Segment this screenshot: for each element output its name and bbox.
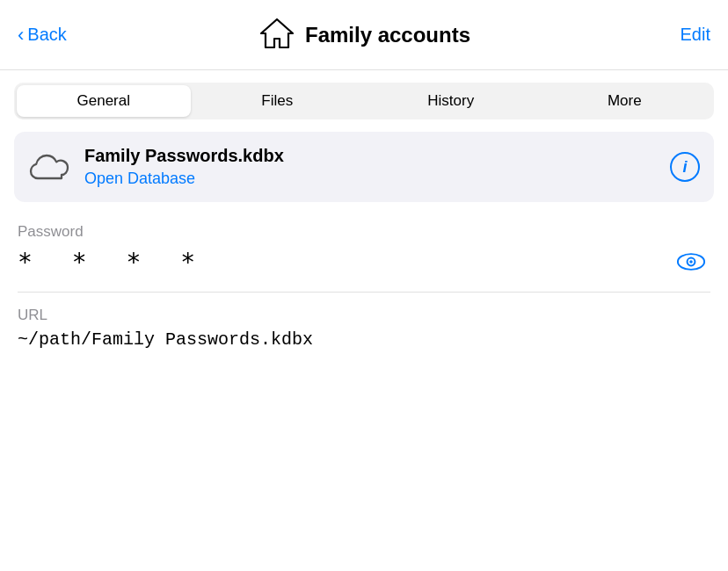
back-button[interactable]: ‹ Back <box>18 25 88 45</box>
database-filename: Family Passwords.kdbx <box>84 146 659 166</box>
password-value: * * * * <box>18 248 207 277</box>
password-row: * * * * <box>18 246 710 293</box>
header: ‹ Back Family accounts Edit <box>0 0 728 70</box>
tab-files[interactable]: Files <box>191 85 365 117</box>
tab-history[interactable]: History <box>364 85 538 117</box>
svg-point-2 <box>689 260 693 264</box>
page-title: Family accounts <box>305 23 470 47</box>
url-label: URL <box>18 307 710 324</box>
info-button[interactable]: i <box>670 152 700 182</box>
content-area: Family Passwords.kdbx Open Database i Pa… <box>0 132 728 350</box>
tab-more[interactable]: More <box>538 85 712 117</box>
house-icon <box>258 14 296 56</box>
edit-button[interactable]: Edit <box>640 25 710 45</box>
password-label: Password <box>18 223 710 241</box>
cloud-icon <box>28 148 70 185</box>
tab-bar: General Files History More <box>14 83 714 119</box>
database-info: Family Passwords.kdbx Open Database <box>84 146 659 188</box>
open-database-button[interactable]: Open Database <box>84 170 659 188</box>
back-label: Back <box>27 25 66 45</box>
tab-general[interactable]: General <box>17 85 191 117</box>
tabs-container: General Files History More <box>0 70 728 132</box>
back-chevron-icon: ‹ <box>18 25 24 45</box>
database-card: Family Passwords.kdbx Open Database i <box>14 132 714 202</box>
url-section: URL ~/path/Family Passwords.kdbx <box>14 293 714 350</box>
header-center: Family accounts <box>88 14 640 56</box>
url-value: ~/path/Family Passwords.kdbx <box>18 329 710 350</box>
toggle-password-button[interactable] <box>675 246 707 278</box>
password-section: Password * * * * <box>14 223 714 293</box>
